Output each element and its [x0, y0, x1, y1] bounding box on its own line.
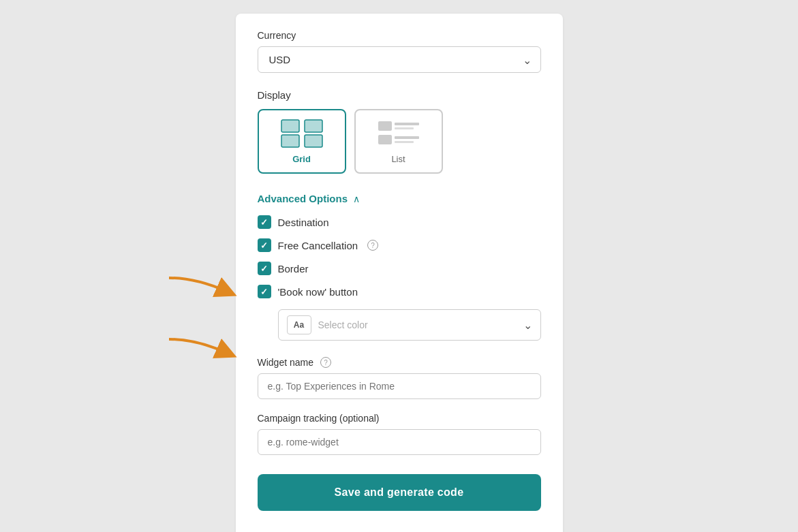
svg-rect-3 — [305, 135, 322, 147]
currency-label: Currency — [258, 30, 541, 41]
display-options: Grid List — [258, 109, 541, 174]
display-option-grid[interactable]: Grid — [258, 109, 346, 174]
svg-rect-0 — [281, 120, 299, 132]
color-placeholder: Select color — [318, 319, 523, 330]
color-chevron-icon: ⌄ — [523, 319, 532, 332]
checkbox-item-border: ✓ Border — [258, 262, 541, 275]
checkbox-book-now[interactable]: ✓ — [258, 285, 271, 298]
grid-display-icon — [280, 119, 324, 148]
svg-rect-7 — [378, 135, 392, 144]
widget-name-input[interactable] — [258, 373, 541, 399]
svg-rect-4 — [378, 121, 392, 131]
widget-name-label: Widget name ? — [258, 357, 541, 368]
main-card: Currency USD EUR GBP JPY ⌄ Display Gri — [236, 14, 563, 532]
svg-rect-6 — [395, 127, 414, 129]
save-generate-button[interactable]: Save and generate code — [258, 474, 541, 511]
currency-select[interactable]: USD EUR GBP JPY — [258, 46, 541, 73]
book-now-label: 'Book now' button — [278, 286, 358, 298]
display-label: Display — [258, 89, 541, 101]
checkmark-destination: ✓ — [260, 217, 268, 228]
svg-rect-8 — [395, 136, 419, 139]
checkmark-border: ✓ — [260, 264, 268, 274]
widget-name-help-icon[interactable]: ? — [320, 357, 331, 368]
free-cancellation-help-icon[interactable]: ? — [367, 240, 378, 251]
campaign-tracking-section: Campaign tracking (optional) — [258, 413, 541, 455]
advanced-options-title: Advanced Options — [258, 193, 348, 204]
advanced-options-header[interactable]: Advanced Options ∧ — [258, 193, 541, 204]
checkbox-destination[interactable]: ✓ — [258, 215, 271, 229]
display-option-list[interactable]: List — [354, 109, 443, 174]
svg-rect-5 — [395, 123, 419, 125]
arrow-campaign-icon — [162, 332, 237, 373]
destination-label: Destination — [278, 217, 329, 228]
list-option-label: List — [391, 154, 405, 164]
checkbox-item-book-now: ✓ 'Book now' button — [258, 285, 541, 298]
checkmark-free-cancellation: ✓ — [260, 240, 268, 251]
svg-rect-2 — [305, 120, 322, 132]
widget-name-section: Widget name ? — [258, 357, 541, 399]
campaign-tracking-label: Campaign tracking (optional) — [258, 413, 541, 424]
arrow-widget-name-icon — [162, 271, 237, 312]
color-selector[interactable]: Aa Select color ⌄ — [278, 309, 541, 341]
border-label: Border — [278, 263, 309, 275]
checkmark-book-now: ✓ — [260, 287, 268, 297]
campaign-tracking-input[interactable] — [258, 429, 541, 455]
currency-select-wrapper: USD EUR GBP JPY ⌄ — [258, 46, 541, 73]
svg-rect-1 — [281, 135, 299, 147]
page-wrapper: Currency USD EUR GBP JPY ⌄ Display Gri — [14, 14, 784, 532]
color-preview: Aa — [287, 315, 311, 334]
free-cancellation-label: Free Cancellation — [278, 240, 358, 251]
svg-rect-9 — [395, 141, 414, 143]
checkbox-item-free-cancellation: ✓ Free Cancellation ? — [258, 238, 541, 252]
grid-option-label: Grid — [292, 154, 311, 164]
advanced-chevron-icon: ∧ — [353, 193, 360, 204]
checkbox-border[interactable]: ✓ — [258, 262, 271, 275]
checkbox-item-destination: ✓ Destination — [258, 215, 541, 229]
checkbox-free-cancellation[interactable]: ✓ — [258, 238, 271, 252]
list-display-icon — [377, 119, 420, 148]
advanced-checkboxes: ✓ Destination ✓ Free Cancellation ? ✓ Bo… — [258, 215, 541, 298]
